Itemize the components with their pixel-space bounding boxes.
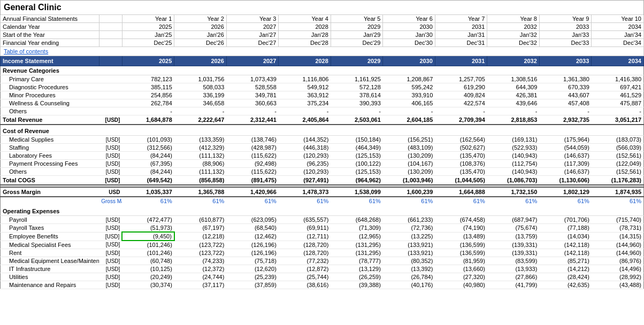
revenue-row-0: Primary Care 782,123 1,031,756 1,073,439… [1, 75, 644, 83]
revenue-row-2: Minor Procedures 254,856 336,199 349,781… [1, 91, 644, 99]
main-table: General Clinic Annual Financial Statemen… [0, 0, 644, 289]
income-statement-label: Income Statement [1, 56, 99, 66]
income-statement-header: Income Statement 2025 2026 2027 2028 202… [1, 56, 644, 66]
page-title: General Clinic [1, 1, 644, 15]
revenue-row-1: Diagnostic Procedures 385,115 508,033 52… [1, 83, 644, 91]
opex-row-0: Payroll [USD] (472,477) (610,877) (623,0… [1, 216, 644, 224]
cogs-header-label: Cost of Revenue [1, 127, 644, 136]
total-cogs-row: Total COGS [USD] (649,542) (856,858) (89… [1, 176, 644, 185]
gross-margin-pct-label: Gross Margin % [99, 197, 122, 205]
opex-row-4: Rent [USD] (101,246) (123,722) (126,196)… [1, 249, 644, 257]
main-container: General Clinic Annual Financial Statemen… [0, 0, 644, 289]
opex-row-7: Utilities [USD] (20,249) (24,744) (25,23… [1, 273, 644, 281]
gross-margin-pct-row: Gross Margin % 61% 61% 61% 61% 61% 61% 6… [1, 197, 644, 205]
meta-label-1: Annual Financial Statements [1, 15, 99, 23]
year-8-header: Year 8 [487, 15, 540, 23]
opex-row-2: Employee Benefits [USD] (9,450) (12,218)… [1, 232, 644, 241]
total-cogs-label: Total COGS [1, 176, 99, 185]
revenue-row-3: Wellness & Counseling 262,784 346,658 36… [1, 99, 644, 107]
meta-row-2: Calendar Year 2025 2026 2027 2028 2029 2… [1, 23, 644, 31]
cogs-row-3: Payment Processing Fees [USD] (67,395) (… [1, 160, 644, 168]
meta-row-3: Start of the Year Jan'25 Jan'26 Jan'27 J… [1, 31, 644, 39]
title-row: General Clinic [1, 1, 644, 15]
year-4-header: Year 4 [279, 15, 331, 23]
opex-row-3: Medical Specialist Fees [USD] (101,246) … [1, 241, 644, 249]
cogs-row-4: Others [USD] (84,244) (111,132) (115,622… [1, 168, 644, 176]
total-revenue-row: Total Revenue [USD] 1,684,878 2,222,647 … [1, 115, 644, 125]
year-2-header: Year 2 [174, 15, 227, 23]
gross-margin-row: Gross Margin USD 1,035,337 1,365,788 1,4… [1, 187, 644, 197]
year-3-header: Year 3 [226, 15, 279, 23]
total-revenue-label: Total Revenue [1, 115, 99, 125]
revenue-item-0-label: Primary Care [1, 75, 99, 83]
year-6-header: Year 6 [383, 15, 435, 23]
total-cogs-unit: [USD] [99, 176, 122, 185]
cogs-row-0: Medical Supplies [USD] (101,093) (133,35… [1, 136, 644, 144]
year-9-header: Year 9 [539, 15, 592, 23]
revenue-category-header: Revenue Categories [1, 66, 644, 75]
cogs-header-row: Cost of Revenue [1, 127, 644, 136]
cogs-row-1: Staffing [USD] (312,566) (412,329) (428,… [1, 144, 644, 152]
total-revenue-unit: [USD] [99, 115, 122, 125]
meta-row-4: Financial Year ending Dec'25 Dec'26 Dec'… [1, 39, 644, 47]
gross-margin-label: Gross Margin [1, 187, 99, 197]
cogs-row-2: Laboratory Fees [USD] (84,244) (111,132)… [1, 152, 644, 160]
revenue-header-label: Revenue Categories [1, 66, 644, 75]
year-10-header: Year 10 [592, 15, 644, 23]
toc-row[interactable]: Table of contents [1, 47, 644, 56]
year-1-header: Year 1 [122, 15, 174, 23]
meta-row-1: Annual Financial Statements Year 1 Year … [1, 15, 644, 23]
revenue-row-4: Others - - - - - - - - - - [1, 107, 644, 115]
toc-link[interactable]: Table of contents [1, 47, 644, 56]
year-7-header: Year 7 [435, 15, 487, 23]
opex-row-6: IT Infrastructure [USD] (10,125) (12,372… [1, 265, 644, 273]
opex-header-label: Operating Expenses [1, 207, 644, 216]
opex-row-5: Medical Equipment Lease/Maintenance [USD… [1, 257, 644, 265]
opex-row-1: Payroll Taxes [USD] (51,973) (67,197) (6… [1, 224, 644, 233]
opex-row-8: Maintenance and Repairs [USD] (30,374) (… [1, 281, 644, 289]
year-5-header: Year 5 [331, 15, 383, 23]
opex-header-row: Operating Expenses [1, 207, 644, 216]
gross-margin-unit: USD [99, 187, 122, 197]
